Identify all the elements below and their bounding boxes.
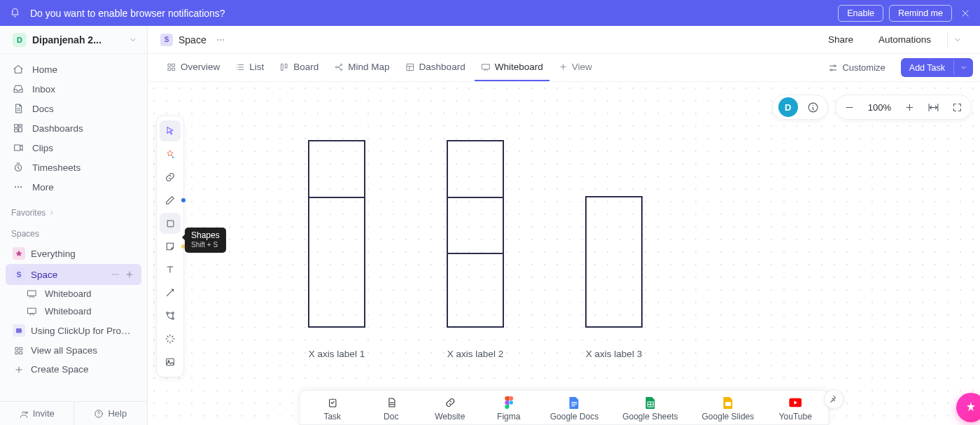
tooltip-shortcut: Shift + S (191, 241, 220, 249)
grid-icon (13, 346, 25, 356)
embed-figma[interactable]: Figma (491, 396, 526, 421)
tool-pen[interactable] (160, 190, 181, 211)
tab-whiteboard[interactable]: Whiteboard (475, 54, 550, 81)
svg-point-3 (20, 186, 22, 188)
nav-inbox[interactable]: Inbox (6, 79, 141, 99)
plus-icon (13, 365, 25, 375)
pin-icon[interactable] (824, 389, 844, 409)
sidebar-item-space[interactable]: S Space (6, 264, 141, 285)
nav-home[interactable]: Home (6, 60, 141, 79)
sidebar-item-productivity[interactable]: Using ClickUp for Productivity (6, 320, 141, 341)
dots-icon[interactable] (215, 34, 226, 46)
dashboard-icon (13, 123, 24, 134)
sidebar-item-everything[interactable]: Everything (6, 243, 141, 264)
chevron-down-icon[interactable] (953, 60, 973, 75)
svg-point-2 (18, 186, 19, 188)
sidebar-item-whiteboard-2[interactable]: Whiteboard (6, 302, 141, 320)
sidebar: D Dipanjenah 2... Home Inbox Docs Dashbo… (0, 26, 148, 425)
tab-board[interactable]: Board (273, 54, 325, 81)
chart-bar[interactable] (308, 140, 365, 328)
nav-label: Home (32, 64, 57, 75)
workspace-name: Dipanjenah 2... (32, 34, 123, 46)
inbox-icon (13, 83, 24, 95)
docs-icon (13, 103, 24, 114)
user-avatar[interactable]: D (778, 97, 798, 117)
chart-x-label: X axis label 3 (558, 349, 670, 359)
embed-tray: Task Doc Website Figma Google Docs Googl… (299, 390, 829, 425)
workspace-avatar: D (13, 33, 27, 47)
child-label: Whiteboard (45, 288, 134, 299)
svg-point-9 (217, 39, 218, 41)
customize-button[interactable]: Customize (821, 54, 892, 81)
tool-select[interactable] (160, 120, 181, 141)
tool-text[interactable] (160, 259, 181, 280)
breadcrumb-space[interactable]: S Space (160, 34, 206, 46)
fullscreen-icon[interactable] (948, 99, 965, 116)
close-icon[interactable] (960, 8, 970, 18)
tool-shapes[interactable] (160, 213, 181, 234)
tab-mindmap[interactable]: Mind Map (328, 54, 396, 81)
svg-point-15 (834, 64, 836, 66)
tool-sticky[interactable] (160, 236, 181, 257)
embed-google-slides[interactable]: Google Slides (702, 396, 755, 421)
chevron-down-icon (129, 36, 137, 44)
sidebar-item-whiteboard-1[interactable]: Whiteboard (6, 285, 141, 302)
automations-button[interactable]: Automations (869, 30, 940, 49)
svg-point-16 (831, 69, 832, 70)
embed-website[interactable]: Website (433, 396, 468, 421)
chart-bar[interactable] (585, 196, 643, 328)
invite-button[interactable]: Invite (0, 402, 74, 425)
embed-google-docs[interactable]: Google Docs (550, 396, 598, 421)
tool-ai[interactable] (160, 144, 181, 165)
child-label: Whiteboard (45, 306, 134, 316)
bell-icon (10, 8, 20, 18)
info-icon[interactable] (805, 99, 822, 116)
nav-label: Timesheets (32, 162, 80, 173)
quick-action-fab[interactable] (956, 393, 980, 422)
embed-google-sheets[interactable]: Google Sheets (622, 396, 678, 421)
add-task-button[interactable]: Add Task (901, 58, 973, 77)
nav-dashboards[interactable]: Dashboards (6, 118, 141, 138)
presence-chip: D (772, 95, 828, 120)
tool-diagram[interactable] (160, 305, 181, 326)
everything-icon (13, 247, 25, 260)
enable-button[interactable]: Enable (838, 5, 883, 22)
chart-bar[interactable] (447, 140, 504, 328)
zoom-out-icon[interactable] (841, 99, 858, 116)
tool-magic[interactable] (160, 328, 181, 349)
svg-rect-29 (725, 402, 731, 406)
chevron-down-icon[interactable] (947, 32, 967, 48)
tool-image[interactable] (160, 351, 181, 372)
task-icon (326, 396, 339, 409)
svg-rect-27 (571, 405, 575, 406)
workspace-switcher[interactable]: D Dipanjenah 2... (0, 26, 147, 54)
website-icon (444, 396, 456, 409)
favorites-section[interactable]: Favorites (0, 201, 147, 222)
tool-connector[interactable] (160, 282, 181, 303)
zoom-in-icon[interactable] (901, 99, 918, 116)
nav-docs[interactable]: Docs (6, 99, 141, 118)
sidebar-item-create-space[interactable]: Create Space (6, 360, 141, 379)
tab-dashboard[interactable]: Dashboard (399, 54, 472, 81)
remind-me-button[interactable]: Remind me (889, 5, 952, 22)
plus-icon[interactable] (125, 270, 134, 279)
embed-doc[interactable]: Doc (374, 396, 409, 421)
tab-add-view[interactable]: View (552, 54, 598, 81)
share-button[interactable]: Share (819, 30, 862, 49)
embed-youtube[interactable]: YouTube (778, 396, 813, 421)
dots-icon[interactable] (111, 270, 120, 279)
notification-text: Do you want to enable browser notificati… (30, 8, 832, 19)
nav-clips[interactable]: Clips (6, 138, 141, 158)
tab-list[interactable]: List (229, 54, 270, 81)
tool-link[interactable] (160, 167, 181, 188)
tab-overview[interactable]: Overview (160, 54, 226, 81)
nav-label: More (32, 182, 54, 193)
nav-timesheets[interactable]: Timesheets (6, 158, 141, 177)
space-label: Space (31, 270, 105, 280)
whiteboard-canvas[interactable]: Shapes Shift + S D 100% X axis label 1 (148, 82, 980, 425)
embed-task[interactable]: Task (315, 396, 350, 421)
nav-more[interactable]: More (6, 177, 141, 197)
sidebar-item-view-all[interactable]: View all Spaces (6, 341, 141, 360)
fit-width-icon[interactable] (925, 99, 941, 116)
help-button[interactable]: Help (74, 402, 148, 425)
